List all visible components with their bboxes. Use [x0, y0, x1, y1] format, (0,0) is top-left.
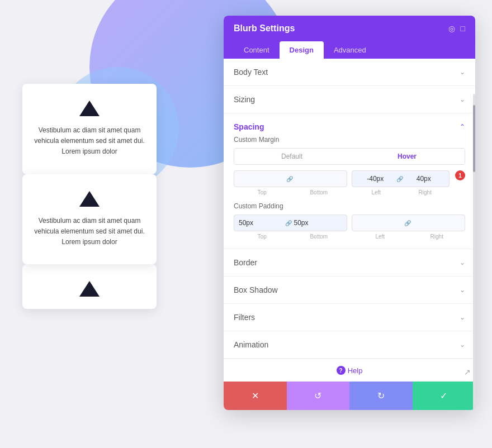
tab-advanced[interactable]: Advanced	[324, 41, 376, 59]
toggle-default[interactable]: Default	[234, 149, 349, 164]
settings-panel: Blurb Settings ◎ □ Content Design Advanc…	[224, 16, 475, 410]
card-3	[22, 264, 157, 309]
padding-bottom-input[interactable]	[294, 219, 338, 227]
panel-title: Blurb Settings	[234, 23, 295, 34]
card-container: Vestibulum ac diam sit amet quam vehicul…	[22, 84, 157, 298]
resize-icon[interactable]: ↗	[464, 368, 471, 376]
padding-top-input[interactable]	[239, 219, 283, 227]
margin-toggle-tabs: Default Hover	[234, 148, 465, 165]
section-border[interactable]: Border ⌄	[224, 249, 475, 277]
panel-body: Body Text ⌄ Sizing ⌄ Spacing ⌃ Custom Ma…	[224, 59, 475, 410]
tab-design[interactable]: Design	[280, 41, 324, 59]
cancel-button[interactable]: ✕	[224, 382, 287, 410]
margin-bottom-input[interactable]	[295, 175, 340, 183]
help-link[interactable]: ? Help	[234, 366, 465, 375]
padding-inputs-container: 🔗 Top Bottom 🔗	[234, 215, 465, 240]
spacing-title: Spacing	[234, 122, 264, 131]
sizing-label: Sizing	[234, 95, 255, 104]
section-animation[interactable]: Animation ⌄	[224, 331, 475, 359]
expand-icon[interactable]: □	[461, 24, 465, 33]
margin-left-input[interactable]	[357, 175, 394, 183]
undo-button[interactable]: ↺	[287, 382, 350, 410]
filters-label: Filters	[234, 313, 255, 322]
card-1: Vestibulum ac diam sit amet quam vehicul…	[22, 84, 157, 174]
padding-right-input[interactable]	[413, 219, 458, 227]
section-body-text[interactable]: Body Text ⌄	[224, 59, 475, 86]
margin-link-icon-2[interactable]: 🔗	[396, 176, 403, 182]
action-buttons: ✕ ↺ ↻ ✓	[224, 382, 475, 410]
spacing-chevron-up: ⌃	[460, 123, 465, 131]
section-box-shadow[interactable]: Box Shadow ⌄	[224, 277, 475, 304]
spacing-section: Spacing ⌃ Custom Margin Default Hover	[224, 113, 475, 249]
card-icon-1	[79, 101, 100, 116]
panel-header: Blurb Settings ◎ □	[224, 16, 475, 41]
card-text-1: Vestibulum ac diam sit amet quam vehicul…	[34, 125, 145, 158]
card-text-2: Vestibulum ac diam sit amet quam vehicul…	[34, 216, 145, 248]
margin-top-bottom-group: 🔗 Top Bottom	[234, 170, 347, 196]
custom-padding-label: Custom Padding	[234, 202, 465, 210]
section-filters[interactable]: Filters ⌄	[224, 304, 475, 331]
body-text-label: Body Text	[234, 68, 268, 77]
margin-left-label: Left	[352, 189, 401, 196]
card-icon-3	[79, 281, 100, 297]
target-icon[interactable]: ◎	[448, 24, 455, 33]
redo-button[interactable]: ↻	[349, 382, 413, 410]
padding-bottom-label: Bottom	[291, 233, 348, 240]
scroll-indicator	[473, 94, 475, 410]
padding-left-right-group: 🔗 Left Right	[352, 215, 465, 240]
card-2: Vestibulum ac diam sit amet quam vehicul…	[22, 174, 157, 265]
margin-left-right-group: 🔗 Left Right 1	[352, 170, 465, 196]
padding-left-right-wrap: 🔗	[352, 215, 465, 231]
sizing-chevron: ⌄	[460, 96, 465, 103]
margin-badge: 1	[455, 170, 465, 180]
margin-top-label: Top	[234, 189, 291, 196]
padding-top-label: Top	[234, 233, 291, 240]
padding-link-icon-1[interactable]: 🔗	[285, 220, 292, 226]
scroll-thumb	[473, 105, 475, 172]
card-icon-2	[79, 191, 100, 207]
section-sizing[interactable]: Sizing ⌄	[224, 86, 475, 113]
margin-left-right-labels: Left Right	[352, 189, 450, 196]
padding-right-label: Right	[409, 233, 466, 240]
margin-left-right-wrap: 🔗	[352, 170, 450, 187]
custom-margin-label: Custom Margin	[234, 136, 465, 144]
animation-chevron: ⌄	[460, 341, 465, 349]
padding-top-bottom-group: 🔗 Top Bottom	[234, 215, 347, 240]
margin-bottom-label: Bottom	[291, 189, 348, 196]
panel-footer: ? Help	[224, 359, 475, 382]
margin-top-input[interactable]	[239, 175, 284, 183]
margin-inputs-container: 🔗 Top Bottom 🔗	[234, 170, 465, 196]
padding-link-icon-2[interactable]: 🔗	[404, 220, 411, 226]
padding-left-label: Left	[352, 233, 409, 240]
header-icons: ◎ □	[448, 24, 465, 33]
margin-top-bottom-labels: Top Bottom	[234, 189, 347, 196]
padding-top-bottom-wrap: 🔗	[234, 215, 347, 231]
toggle-hover[interactable]: Hover	[349, 149, 465, 164]
box-shadow-chevron: ⌄	[460, 286, 465, 294]
box-shadow-label: Box Shadow	[234, 285, 278, 294]
help-label: Help	[348, 366, 363, 375]
margin-right-input[interactable]	[405, 175, 443, 183]
filters-chevron: ⌄	[460, 313, 465, 321]
border-chevron: ⌄	[460, 259, 465, 266]
padding-left-input[interactable]	[357, 219, 402, 227]
padding-left-right-labels: Left Right	[352, 233, 465, 240]
help-icon: ?	[337, 366, 346, 375]
panel-tabs: Content Design Advanced	[224, 41, 475, 59]
padding-top-bottom-labels: Top Bottom	[234, 233, 347, 240]
border-label: Border	[234, 258, 257, 267]
save-button[interactable]: ✓	[413, 382, 476, 410]
spacing-header[interactable]: Spacing ⌃	[224, 113, 475, 136]
animation-label: Animation	[234, 340, 268, 349]
margin-right-label: Right	[401, 189, 450, 196]
margin-left-right-inputs: 🔗 Left Right	[352, 170, 450, 196]
margin-top-input-wrap: 🔗	[234, 170, 347, 187]
tab-content[interactable]: Content	[234, 41, 280, 59]
spacing-content: Custom Margin Default Hover 🔗	[224, 136, 475, 249]
margin-link-icon-1[interactable]: 🔗	[286, 176, 293, 182]
body-text-chevron: ⌄	[460, 68, 465, 76]
